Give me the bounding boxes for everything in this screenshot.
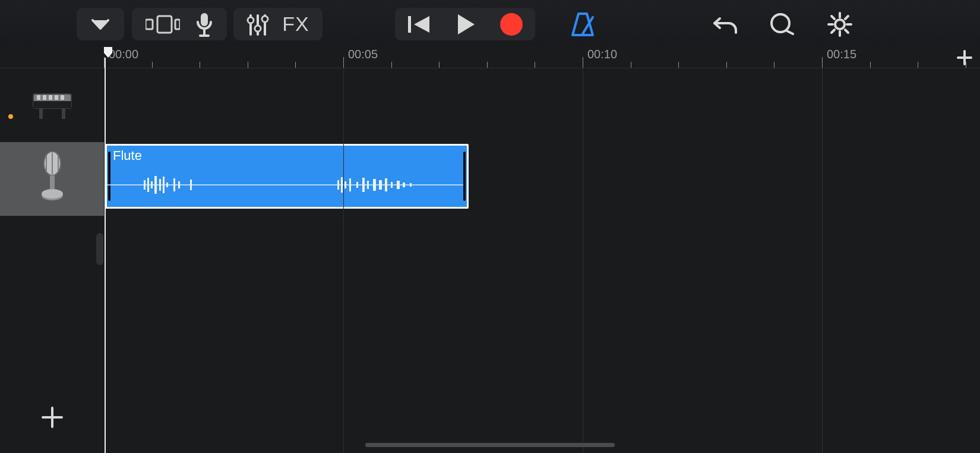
playhead-line[interactable] [105,58,106,453]
svg-rect-63 [367,181,369,189]
svg-rect-67 [391,182,393,188]
region-trim-handle-right[interactable] [463,152,466,201]
ruler-tick-major [822,57,823,68]
gridline [583,68,583,453]
svg-rect-57 [337,180,339,190]
ruler-label: 00:05 [348,48,378,61]
fx-button[interactable]: FX [282,12,309,36]
track-controls-icon[interactable] [246,12,269,37]
add-track-button[interactable] [0,382,104,453]
ruler-tick-minor [726,62,727,68]
undo-button[interactable] [709,8,741,40]
plus-icon [40,405,64,429]
metronome-icon [569,11,596,37]
svg-rect-34 [37,95,40,100]
ruler-tick-minor [631,62,631,68]
goto-start-button[interactable] [407,14,432,35]
condenser-mic-icon [37,150,68,207]
track-header-audio[interactable] [0,142,104,216]
track-status-dot [8,114,13,119]
ruler-label: 00:10 [587,48,617,61]
ruler-tick-minor [535,62,535,68]
svg-rect-32 [39,108,43,119]
controls-and-fx-group: FX [233,8,323,40]
play-button[interactable] [456,13,476,36]
loop-icon [768,12,795,36]
svg-point-8 [248,17,254,23]
svg-rect-66 [385,178,387,191]
svg-rect-51 [159,179,161,191]
record-button[interactable] [500,12,523,36]
svg-rect-68 [397,181,400,189]
track-header-piano[interactable] [0,68,104,142]
transport-group [395,8,535,40]
ruler-tick-minor [487,62,488,68]
ruler-tick-minor [774,62,774,68]
svg-marker-14 [414,16,429,33]
svg-rect-55 [178,181,180,188]
toolbar: FX [0,0,980,46]
svg-marker-15 [458,14,475,34]
svg-rect-53 [166,183,168,187]
timeline-ruler[interactable]: 00:0000:0500:1000:15 [104,46,980,68]
ruler-tick-minor [870,62,871,68]
svg-rect-61 [356,182,358,188]
settings-button[interactable] [823,8,856,40]
lane-audio[interactable]: Flute [104,142,980,216]
svg-rect-13 [408,16,411,33]
add-section-button[interactable] [953,49,976,67]
svg-rect-31 [33,101,71,108]
svg-rect-62 [362,178,365,192]
ruler-tick-major [583,57,583,68]
audio-region-flute[interactable]: Flute [105,144,469,209]
piano-instrument-icon [30,88,75,121]
ruler-tick-minor [152,62,153,68]
metronome-button[interactable] [566,8,599,40]
ruler-tick-minor [248,62,248,68]
ruler-tick-minor [439,62,440,68]
ruler-tick-minor [678,62,679,68]
ruler-tick-minor [391,62,392,68]
region-title: Flute [113,148,142,163]
svg-rect-56 [190,180,192,190]
svg-rect-1 [146,20,153,29]
svg-rect-69 [403,183,405,187]
gridline [343,68,344,453]
svg-point-19 [835,20,845,29]
ruler-tick-major [343,57,344,68]
svg-rect-49 [151,181,153,188]
svg-rect-70 [410,183,412,187]
svg-line-25 [845,30,848,33]
microphone-input-icon[interactable] [195,11,213,37]
svg-point-16 [500,13,523,36]
svg-rect-36 [49,95,52,100]
svg-rect-64 [373,179,376,191]
svg-rect-33 [62,108,65,119]
undo-icon [712,14,738,35]
svg-rect-35 [43,95,46,100]
svg-line-26 [845,16,848,19]
svg-rect-40 [50,175,55,191]
svg-rect-37 [55,95,58,100]
vertical-scroll-thumb[interactable] [96,233,103,265]
svg-marker-71 [104,47,112,58]
gear-icon [827,11,853,37]
loop-button[interactable] [765,8,798,40]
svg-rect-65 [379,180,382,190]
svg-point-12 [262,16,268,22]
svg-point-18 [772,14,789,32]
timeline-lanes[interactable]: Flute [104,68,980,453]
svg-line-24 [832,16,834,19]
svg-point-10 [255,26,261,32]
playhead-marker[interactable] [104,47,115,58]
svg-point-42 [42,189,63,199]
svg-line-27 [832,30,834,33]
ruler-label: 00:15 [827,48,856,61]
gridline [822,68,823,453]
my-songs-dropdown-button[interactable] [77,8,124,40]
lane-piano[interactable] [104,68,980,142]
chevron-down-icon [90,18,110,31]
home-indicator [365,443,615,447]
track-header-list [0,68,104,216]
tracks-view-icon[interactable] [146,14,180,35]
